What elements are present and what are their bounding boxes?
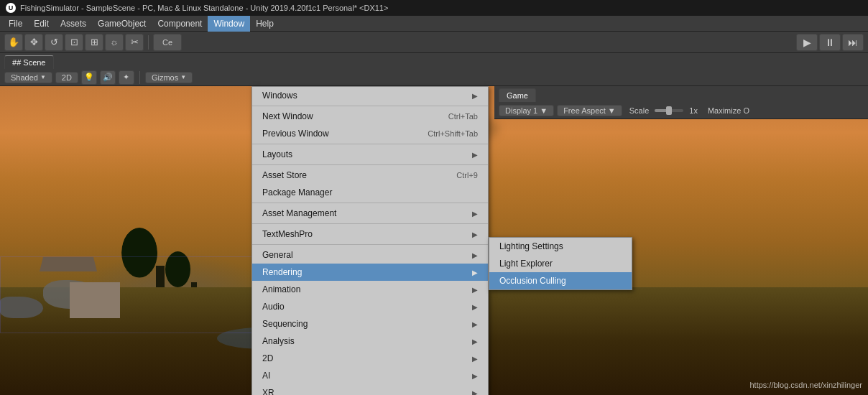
scale-handle[interactable] (666, 106, 672, 115)
sep-3 (252, 164, 488, 165)
menu-general[interactable]: General ▶ (252, 246, 488, 264)
play-button[interactable]: ▶ (796, 34, 818, 51)
analysis-label: Analysis (262, 336, 295, 346)
asset-store-label: Asset Store (262, 170, 307, 180)
unity-icon: U (6, 3, 16, 13)
play-controls: ▶ ⏸ ⏭ (796, 34, 864, 51)
menu-rendering[interactable]: Rendering ▶ (252, 264, 488, 281)
menu-audio[interactable]: Audio ▶ (252, 298, 488, 315)
prev-window-shortcut: Ctrl+Shift+Tab (428, 129, 478, 138)
watermark-text: https://blog.csdn.net/xinzhilinger (749, 381, 862, 389)
sequencing-arrow: ▶ (472, 320, 478, 328)
submenu-light-explorer[interactable]: Light Explorer (489, 255, 632, 272)
aspect-arrow: ▼ (608, 106, 616, 115)
menu-asset-management[interactable]: Asset Management ▶ (252, 205, 488, 222)
2d-toggle[interactable]: 2D (55, 72, 78, 83)
animation-arrow: ▶ (472, 286, 478, 294)
menu-windows[interactable]: Windows ▶ (252, 87, 488, 104)
scale-value: 1x (689, 106, 698, 115)
menu-asset-store[interactable]: Asset Store Ctrl+9 (252, 167, 488, 184)
shading-arrow: ▼ (40, 74, 46, 80)
tab-game[interactable]: Game (499, 88, 536, 102)
menu-layouts[interactable]: Layouts ▶ (252, 146, 488, 163)
tool-hand[interactable]: ✋ (4, 34, 23, 51)
tool-move[interactable]: ✥ (24, 34, 43, 51)
2d-label: 2D (62, 73, 72, 82)
scene-ctrl-sep (139, 71, 140, 84)
title-text: FishingSimulator - SampleScene - PC, Mac… (20, 4, 388, 12)
next-window-shortcut: Ctrl+Tab (448, 112, 478, 121)
effects-toggle[interactable]: ✦ (119, 70, 134, 85)
package-manager-label: Package Manager (262, 187, 332, 198)
menu-file[interactable]: File (3, 16, 28, 32)
tool-scale[interactable]: ⊡ (65, 34, 83, 51)
2d-menu-label: 2D (262, 353, 273, 363)
light-toggle[interactable]: 💡 (81, 70, 97, 85)
xr-label: XR (262, 388, 274, 395)
gizmos-dropdown[interactable]: Gizmos ▼ (145, 72, 193, 83)
display-arrow: ▼ (540, 106, 548, 115)
menu-gameobject[interactable]: GameObject (92, 16, 152, 32)
xr-arrow: ▶ (472, 389, 478, 396)
menu-ai[interactable]: AI ▶ (252, 367, 488, 384)
menu-assets[interactable]: Assets (55, 16, 92, 32)
menu-next-window[interactable]: Next Window Ctrl+Tab (252, 108, 488, 125)
menu-animation[interactable]: Animation ▶ (252, 281, 488, 298)
lighting-settings-label: Lighting Settings (499, 241, 563, 251)
menu-textmeshpro[interactable]: TextMeshPro ▶ (252, 226, 488, 243)
menu-prev-window[interactable]: Previous Window Ctrl+Shift+Tab (252, 125, 488, 142)
asset-management-label: Asset Management (262, 208, 336, 218)
center-toggle[interactable]: Ce (153, 34, 182, 51)
sep-4 (252, 203, 488, 203)
watermark: https://blog.csdn.net/xinzhilinger (749, 381, 862, 389)
tool-custom[interactable]: ✂ (125, 34, 144, 51)
scene-controls: Shaded ▼ 2D 💡 🔊 ✦ Gizmos ▼ (0, 69, 868, 86)
sep-6 (252, 244, 488, 245)
aspect-label: Free Aspect (563, 106, 606, 115)
light-explorer-label: Light Explorer (499, 259, 553, 269)
menu-xr[interactable]: XR ▶ (252, 384, 488, 395)
animation-label: Animation (262, 284, 300, 294)
audio-toggle[interactable]: 🔊 (100, 70, 116, 85)
2d-arrow: ▶ (472, 355, 478, 363)
maximize-label: Maximize O (708, 106, 749, 115)
rendering-submenu: Lighting Settings Light Explorer Occlusi… (489, 237, 632, 290)
gizmos-arrow: ▼ (180, 74, 186, 80)
general-label: General (262, 250, 293, 260)
menu-analysis[interactable]: Analysis ▶ (252, 333, 488, 350)
tool-rect[interactable]: ⊞ (85, 34, 103, 51)
ai-label: AI (262, 371, 270, 381)
menu-edit[interactable]: Edit (28, 16, 55, 32)
sep-1 (252, 106, 488, 106)
rendering-label: Rendering (262, 267, 302, 277)
tool-rotate[interactable]: ↺ (45, 34, 63, 51)
scale-slider[interactable] (655, 109, 683, 112)
menu-help[interactable]: Help (250, 16, 280, 32)
toolbar-sep-1 (148, 35, 149, 50)
gizmos-label: Gizmos (152, 73, 178, 82)
pause-button[interactable]: ⏸ (819, 34, 841, 51)
textmeshpro-arrow: ▶ (472, 231, 478, 238)
step-button[interactable]: ⏭ (842, 34, 864, 51)
title-bar: U FishingSimulator - SampleScene - PC, M… (0, 0, 868, 16)
analysis-arrow: ▶ (472, 338, 478, 345)
menu-sequencing[interactable]: Sequencing ▶ (252, 315, 488, 333)
game-tab-label: Game (507, 91, 528, 100)
tool-transform[interactable]: ☼ (105, 34, 124, 51)
game-controls-bar: Display 1 ▼ Free Aspect ▼ Scale 1x Maxim… (494, 102, 868, 119)
submenu-lighting-settings[interactable]: Lighting Settings (489, 238, 632, 255)
shading-dropdown[interactable]: Shaded ▼ (4, 72, 52, 83)
scale-label: Scale (629, 106, 650, 115)
sep-5 (252, 223, 488, 224)
menu-package-manager[interactable]: Package Manager (252, 184, 488, 201)
aspect-dropdown[interactable]: Free Aspect ▼ (557, 105, 622, 116)
submenu-occlusion-culling[interactable]: Occlusion Culling (489, 272, 632, 289)
menu-2d[interactable]: 2D ▶ (252, 350, 488, 367)
tab-scene[interactable]: # # Scene (4, 55, 54, 69)
menu-window[interactable]: Window (208, 16, 250, 32)
menu-component[interactable]: Component (152, 16, 208, 32)
asset-management-arrow: ▶ (472, 210, 478, 218)
display-dropdown[interactable]: Display 1 ▼ (499, 105, 554, 116)
next-window-label: Next Window (262, 111, 313, 121)
layouts-arrow: ▶ (472, 151, 478, 159)
